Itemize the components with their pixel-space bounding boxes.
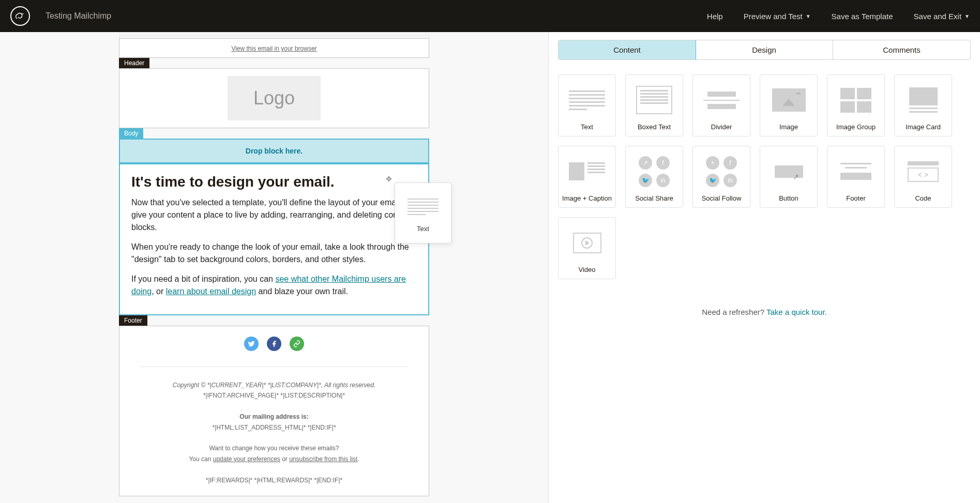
facebook-icon[interactable] bbox=[267, 337, 281, 351]
block-image-group[interactable]: Image Group bbox=[827, 74, 885, 136]
quick-tour-link[interactable]: Take a quick tour bbox=[766, 308, 825, 316]
block-social-follow[interactable]: +f🐦inSocial Follow bbox=[692, 146, 750, 208]
header-block[interactable]: Logo bbox=[119, 68, 429, 128]
inspiration-link-2[interactable]: learn about email design bbox=[166, 287, 256, 296]
update-preferences-link[interactable]: update your preferences bbox=[213, 455, 280, 463]
footer-text: Copyright © *|CURRENT_YEAR|* *|LIST:COMP… bbox=[130, 380, 418, 485]
tab-comments[interactable]: Comments bbox=[833, 40, 970, 59]
archive-text: *|IFNOT:ARCHIVE_PAGE|* *|LIST:DESCRIPTIO… bbox=[203, 392, 345, 399]
top-bar: Testing Mailchimp Help Preview and Test▼… bbox=[0, 0, 980, 32]
footer-divider bbox=[140, 367, 408, 367]
header-section-label: Header bbox=[119, 58, 149, 68]
block-boxed-text[interactable]: Boxed Text bbox=[625, 74, 683, 136]
view-in-browser-link[interactable]: View this email in your browser bbox=[231, 45, 316, 52]
body-paragraph-1: Now that you've selected a template, you… bbox=[131, 196, 417, 234]
footer-block[interactable]: Copyright © *|CURRENT_YEAR|* *|LIST:COMP… bbox=[119, 326, 429, 496]
block-social-share[interactable]: ↗f🐦inSocial Share bbox=[625, 146, 683, 208]
mailchimp-logo-icon[interactable] bbox=[10, 6, 30, 26]
preview-test-label: Preview and Test bbox=[744, 12, 803, 21]
twitter-icon[interactable] bbox=[244, 337, 259, 351]
save-exit-label: Save and Exit bbox=[914, 12, 962, 21]
canvas-area: View this email in your browser Header L… bbox=[0, 32, 548, 503]
block-text[interactable]: Text bbox=[558, 74, 616, 136]
mailing-address: *|HTML:LIST_ADDRESS_HTML|* *|END:IF|* bbox=[212, 424, 336, 431]
link-icon[interactable] bbox=[290, 337, 304, 351]
block-video[interactable]: Video bbox=[558, 217, 616, 279]
block-footer[interactable]: Footer bbox=[827, 146, 885, 208]
dragging-text-block[interactable]: Text bbox=[395, 182, 451, 243]
content-blocks-grid: Text Boxed Text Divider Image Image Grou… bbox=[558, 74, 971, 279]
save-exit-menu[interactable]: Save and Exit▼ bbox=[914, 12, 970, 21]
main-area: View this email in your browser Header L… bbox=[0, 32, 980, 503]
refresher-text: Need a refresher? Take a quick tour. bbox=[558, 308, 971, 316]
change-question: Want to change how you receive these ema… bbox=[209, 445, 339, 452]
block-code[interactable]: < >Code bbox=[894, 146, 952, 208]
body-text-block[interactable]: ✥ It's time to design your email. Now th… bbox=[119, 163, 429, 315]
preview-test-menu[interactable]: Preview and Test▼ bbox=[744, 12, 811, 21]
rewards-text: *|IF:REWARDS|* *|HTML:REWARDS|* *|END:IF… bbox=[206, 477, 343, 484]
block-button[interactable]: Button bbox=[760, 146, 818, 208]
social-row bbox=[130, 337, 418, 351]
save-template-button[interactable]: Save as Template bbox=[832, 12, 893, 21]
topbar-right: Help Preview and Test▼ Save as Template … bbox=[707, 12, 970, 21]
body-paragraph-3: If you need a bit of inspiration, you ca… bbox=[131, 273, 417, 298]
side-panel: Content Design Comments Text Boxed Text … bbox=[548, 32, 980, 503]
preheader-block[interactable]: View this email in your browser bbox=[119, 38, 429, 58]
chevron-down-icon: ▼ bbox=[806, 13, 811, 19]
topbar-left: Testing Mailchimp bbox=[10, 6, 111, 26]
logo-placeholder[interactable]: Logo bbox=[228, 76, 321, 120]
help-link[interactable]: Help bbox=[707, 12, 723, 21]
block-image-card[interactable]: Image Card bbox=[894, 74, 952, 136]
tab-design[interactable]: Design bbox=[696, 40, 833, 59]
block-image[interactable]: Image bbox=[760, 74, 818, 136]
drag-handle-icon[interactable]: ✥ bbox=[386, 175, 392, 183]
panel-tabs: Content Design Comments bbox=[558, 40, 971, 60]
campaign-name: Testing Mailchimp bbox=[46, 11, 111, 21]
unsubscribe-link[interactable]: unsubscribe from this list bbox=[289, 455, 357, 463]
block-image-caption[interactable]: Image + Caption bbox=[558, 146, 616, 208]
drop-zone[interactable]: Drop block here. bbox=[119, 139, 429, 163]
footer-section-label: Footer bbox=[119, 315, 147, 326]
body-section-label: Body bbox=[119, 128, 143, 139]
preheader-label-edge bbox=[119, 32, 429, 38]
block-divider[interactable]: Divider bbox=[692, 74, 750, 136]
body-heading: It's time to design your email. bbox=[131, 174, 417, 190]
copyright-text: Copyright © *|CURRENT_YEAR|* *|LIST:COMP… bbox=[173, 382, 376, 389]
body-paragraph-2: When you're ready to change the look of … bbox=[131, 241, 417, 266]
email-canvas: View this email in your browser Header L… bbox=[119, 32, 429, 503]
ghost-label: Text bbox=[417, 225, 429, 233]
chevron-down-icon: ▼ bbox=[964, 13, 970, 19]
tab-content[interactable]: Content bbox=[558, 40, 696, 60]
mailing-label: Our mailing address is: bbox=[239, 413, 308, 420]
